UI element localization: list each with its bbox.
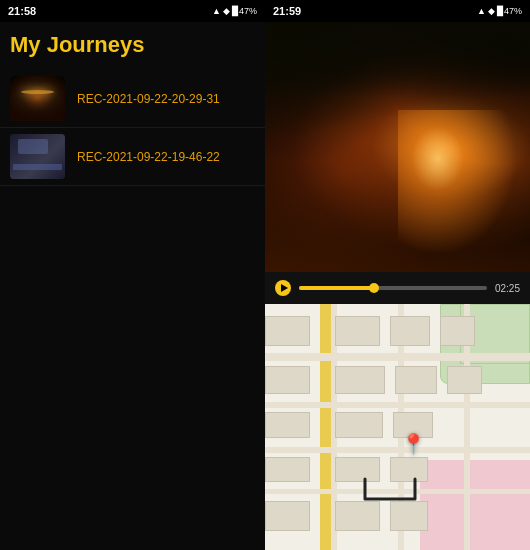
signal-icon: ▲ (212, 6, 221, 16)
play-icon (281, 284, 288, 292)
journey-name-2: REC-2021-09-22-19-46-22 (77, 150, 220, 164)
battery-icon-right: ▉47% (497, 6, 522, 16)
status-icons-right: ▲ ◆ ▉47% (477, 6, 522, 16)
status-bar-right: 21:59 ▲ ◆ ▉47% (265, 0, 530, 22)
progress-fill (299, 286, 374, 290)
journey-name-1: REC-2021-09-22-20-29-31 (77, 92, 220, 106)
status-bar-left: 21:58 ▲ ◆ ▉47% (0, 0, 265, 22)
journey-thumbnail-1 (10, 76, 65, 121)
time-right: 21:59 (273, 5, 301, 17)
thumb-image-2 (10, 134, 65, 179)
battery-icon: ▉47% (232, 6, 257, 16)
signal-icon-right: ▲ (477, 6, 486, 16)
video-duration: 02:25 (495, 283, 520, 294)
route-path-svg (265, 304, 530, 550)
map-background: 📍 (265, 304, 530, 550)
journey-thumbnail-2 (10, 134, 65, 179)
journey-item-1[interactable]: REC-2021-09-22-20-29-31 (0, 70, 265, 128)
play-circle (275, 280, 291, 296)
page-title: My Journeys (0, 22, 265, 70)
map-view[interactable]: 📍 (265, 304, 530, 550)
video-overlay (265, 22, 530, 272)
right-panel: 21:59 ▲ ◆ ▉47% 02:25 (265, 0, 530, 550)
progress-bar[interactable] (299, 286, 487, 290)
wifi-icon-right: ◆ (488, 6, 495, 16)
playback-controls: 02:25 (265, 272, 530, 304)
play-button[interactable] (275, 280, 291, 296)
time-left: 21:58 (8, 5, 36, 17)
progress-handle (369, 283, 379, 293)
wifi-icon: ◆ (223, 6, 230, 16)
left-panel: 21:58 ▲ ◆ ▉47% My Journeys REC-2021-09-2… (0, 0, 265, 550)
video-player (265, 22, 530, 272)
thumb-image-1 (10, 76, 65, 121)
journey-list: REC-2021-09-22-20-29-31 REC-2021-09-22-1… (0, 70, 265, 550)
map-location-pin: 📍 (401, 432, 426, 456)
journey-item-2[interactable]: REC-2021-09-22-19-46-22 (0, 128, 265, 186)
video-frame (265, 22, 530, 272)
status-icons-left: ▲ ◆ ▉47% (212, 6, 257, 16)
